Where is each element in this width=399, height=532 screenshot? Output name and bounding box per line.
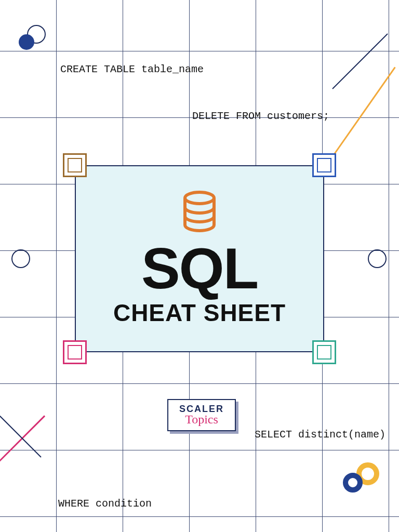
brand-logo: SCALER Topics	[167, 399, 236, 431]
corner-handle-bottom-right	[312, 340, 336, 364]
svg-point-0	[185, 192, 214, 204]
main-title: SQL	[141, 240, 258, 298]
corner-handle-top-right	[312, 153, 336, 177]
corner-handle-top-left	[63, 153, 87, 177]
main-subtitle: CHEAT SHEET	[113, 299, 286, 327]
snippet-create-table: CREATE TABLE table_name	[60, 63, 204, 75]
decor-circle-fill-top-left	[19, 34, 34, 50]
decor-donut-blue	[343, 473, 363, 493]
snippet-select-distinct: SELECT distinct(name)	[255, 429, 385, 441]
title-panel: SQL CHEAT SHEET	[75, 165, 324, 352]
decor-circle-left	[11, 249, 30, 268]
corner-handle-bottom-left	[63, 340, 87, 364]
snippet-delete-from: DELETE FROM customers;	[192, 110, 329, 122]
decor-circle-right	[368, 249, 387, 268]
logo-text-topics: Topics	[185, 413, 218, 427]
snippet-where-condition: WHERE condition	[58, 498, 152, 510]
database-icon	[181, 191, 218, 235]
